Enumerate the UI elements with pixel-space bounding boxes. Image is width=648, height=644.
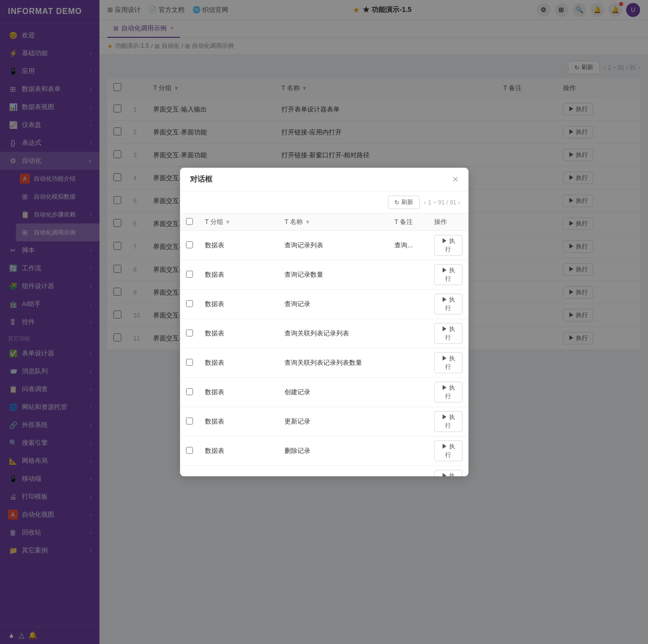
- modal-row-note-cell: [388, 407, 428, 436]
- modal-row-note-cell: 查询...: [388, 231, 428, 260]
- modal-table-row: 数据表 查询关联列表记录列表 ▶ 执行: [180, 319, 468, 348]
- modal-row-name-cell: 查询记录数量: [278, 260, 388, 290]
- modal-table-row: 数据表 更新记录 ▶ 执行: [180, 407, 468, 436]
- dialog-modal: 对话框 ✕ ↻ 刷新 ‹ 1 ~ 91 / 91 › T 分组: [180, 168, 468, 476]
- modal-row-note-cell: [388, 319, 428, 348]
- modal-col-op: 操作: [428, 214, 468, 231]
- modal-row-checkbox-cell: [180, 231, 199, 260]
- modal-row-group-cell: 数据表: [199, 348, 279, 378]
- modal-row-op-cell: ▶ 执行: [428, 260, 468, 290]
- modal-row-group-cell: 数据表: [199, 378, 279, 407]
- modal-row-note-cell: [388, 436, 428, 466]
- modal-row-note-cell: [388, 378, 428, 407]
- modal-row-checkbox-cell: [180, 290, 199, 319]
- modal-execute-button[interactable]: ▶ 执行: [434, 411, 462, 432]
- modal-table-row: 数据表 查询记录 ▶ 执行: [180, 290, 468, 319]
- modal-execute-button[interactable]: ▶ 执行: [434, 264, 462, 285]
- modal-row-note-cell: [388, 290, 428, 319]
- modal-col-checkbox: [180, 214, 199, 231]
- modal-toolbar: ↻ 刷新 ‹ 1 ~ 91 / 91 ›: [180, 192, 468, 214]
- modal-execute-button[interactable]: ▶ 执行: [434, 352, 462, 373]
- modal-row-name-cell: 查询记录列表: [278, 231, 388, 260]
- modal-row-group-cell: 数据表: [199, 319, 279, 348]
- modal-pagination: ‹ 1 ~ 91 / 91 ›: [424, 199, 460, 206]
- modal-row-name-cell: 更新查找汇总字段值: [278, 466, 388, 477]
- modal-row-name-cell: 创建记录: [278, 378, 388, 407]
- modal-row-op-cell: ▶ 执行: [428, 231, 468, 260]
- modal-execute-button[interactable]: ▶ 执行: [434, 323, 462, 344]
- modal-refresh-label: 刷新: [401, 198, 413, 207]
- modal-row-checkbox[interactable]: [186, 271, 193, 278]
- modal-header: 对话框 ✕: [180, 168, 468, 192]
- modal-refresh-button[interactable]: ↻ 刷新: [388, 196, 420, 209]
- modal-row-group-cell: 数据表: [199, 466, 279, 477]
- modal-row-checkbox[interactable]: [186, 300, 193, 307]
- modal-table-row: 数据表 查询关联列表记录列表数量 ▶ 执行: [180, 348, 468, 378]
- modal-row-checkbox-cell: [180, 348, 199, 378]
- modal-prev-icon[interactable]: ‹: [424, 199, 426, 206]
- modal-col-note: T 备注: [388, 214, 428, 231]
- modal-col-name: T 名称 ▼: [278, 214, 388, 231]
- modal-row-group-cell: 数据表: [199, 436, 279, 466]
- modal-filter-name-icon[interactable]: ▼: [305, 219, 310, 225]
- modal-row-note-cell: [388, 348, 428, 378]
- modal-col-name-label: T 名称: [284, 218, 303, 225]
- modal-filter-group-icon[interactable]: ▼: [225, 219, 231, 225]
- modal-row-checkbox[interactable]: [186, 359, 193, 366]
- modal-table: T 分组 ▼ T 名称 ▼ T 备注 操作 数据表 查询记录列表: [180, 214, 468, 476]
- modal-table-row: 数据表 删除记录 ▶ 执行: [180, 436, 468, 466]
- modal-row-checkbox[interactable]: [186, 418, 193, 425]
- modal-execute-button[interactable]: ▶ 执行: [434, 235, 462, 256]
- modal-row-group-cell: 数据表: [199, 231, 279, 260]
- modal-next-icon[interactable]: ›: [459, 199, 461, 206]
- modal-execute-button[interactable]: ▶ 执行: [434, 294, 462, 315]
- modal-body: T 分组 ▼ T 名称 ▼ T 备注 操作 数据表 查询记录列表: [180, 214, 468, 476]
- modal-row-checkbox-cell: [180, 407, 199, 436]
- modal-title: 对话框: [190, 175, 212, 184]
- modal-row-checkbox[interactable]: [186, 447, 193, 454]
- modal-table-row: 数据表 更新查找汇总字段值 ▶ 执行: [180, 466, 468, 477]
- modal-table-row: 数据表 查询记录列表 查询... ▶ 执行: [180, 231, 468, 260]
- modal-row-name-cell: 更新记录: [278, 407, 388, 436]
- modal-row-checkbox[interactable]: [186, 388, 193, 395]
- modal-row-op-cell: ▶ 执行: [428, 319, 468, 348]
- modal-row-name-cell: 删除记录: [278, 436, 388, 466]
- modal-row-op-cell: ▶ 执行: [428, 436, 468, 466]
- modal-row-note-cell: [388, 260, 428, 290]
- modal-row-group-cell: 数据表: [199, 407, 279, 436]
- modal-execute-button[interactable]: ▶ 执行: [434, 440, 462, 461]
- modal-row-op-cell: ▶ 执行: [428, 348, 468, 378]
- modal-row-name-cell: 查询关联列表记录列表数量: [278, 348, 388, 378]
- modal-row-checkbox-cell: [180, 466, 199, 477]
- modal-execute-button[interactable]: ▶ 执行: [434, 470, 462, 476]
- modal-row-checkbox-cell: [180, 260, 199, 290]
- modal-row-checkbox-cell: [180, 378, 199, 407]
- modal-row-checkbox[interactable]: [186, 476, 193, 477]
- modal-row-group-cell: 数据表: [199, 260, 279, 290]
- modal-pagination-text: 1 ~ 91 / 91: [428, 199, 456, 206]
- modal-row-op-cell: ▶ 执行: [428, 290, 468, 319]
- modal-row-op-cell: ▶ 执行: [428, 466, 468, 477]
- modal-select-all[interactable]: [186, 218, 193, 225]
- modal-row-checkbox-cell: [180, 436, 199, 466]
- modal-table-row: 数据表 创建记录 ▶ 执行: [180, 378, 468, 407]
- modal-row-name-cell: 查询关联列表记录列表: [278, 319, 388, 348]
- modal-close-button[interactable]: ✕: [452, 175, 459, 184]
- modal-row-group-cell: 数据表: [199, 290, 279, 319]
- modal-row-checkbox[interactable]: [186, 241, 193, 248]
- modal-row-checkbox-cell: [180, 319, 199, 348]
- modal-table-row: 数据表 查询记录数量 ▶ 执行: [180, 260, 468, 290]
- modal-row-name-cell: 查询记录: [278, 290, 388, 319]
- modal-row-note-cell: [388, 466, 428, 477]
- modal-execute-button[interactable]: ▶ 执行: [434, 382, 462, 403]
- modal-col-group: T 分组 ▼: [199, 214, 279, 231]
- modal-overlay[interactable]: 对话框 ✕ ↻ 刷新 ‹ 1 ~ 91 / 91 › T 分组: [0, 0, 648, 644]
- modal-col-group-label: T 分组: [205, 218, 223, 225]
- modal-row-op-cell: ▶ 执行: [428, 407, 468, 436]
- modal-row-checkbox[interactable]: [186, 329, 193, 336]
- modal-row-op-cell: ▶ 执行: [428, 378, 468, 407]
- modal-refresh-icon: ↻: [394, 199, 399, 206]
